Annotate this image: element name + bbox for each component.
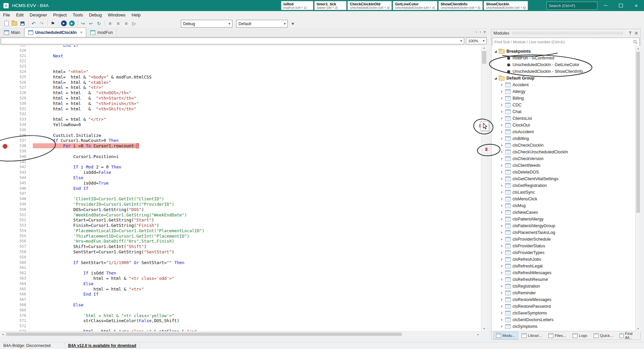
code-line-554[interactable]: 554 'PlacementLocalID=Cursor1.GetInt("Pl… [0,228,481,234]
collapsed-arrow-icon[interactable] [501,117,503,120]
tree-group-default[interactable]: Default Group [492,75,635,82]
code-line-520[interactable]: 520 [0,48,481,53]
collapsed-arrow-icon[interactable] [501,84,503,86]
panel-tab-logs[interactable]: Logs [570,332,590,339]
collapsed-arrow-icon[interactable] [501,104,503,106]
module-item-clsreminder[interactable]: clsReminder [492,290,635,296]
close-panel-icon[interactable] [634,31,638,35]
bookmark-flag-icon[interactable]: ⚑ [49,20,56,27]
module-item-billing[interactable]: Billing [492,95,635,102]
menu-designer[interactable]: Designer [26,11,50,19]
code-line-532[interactable]: 532 [0,111,481,117]
breakpoint-margin[interactable] [0,329,11,331]
code-line-535[interactable]: 535 [0,128,481,133]
collapsed-arrow-icon[interactable] [501,278,503,281]
breakpoint-margin[interactable] [0,122,11,128]
scroll-tabs-left-icon[interactable]: ‹ [476,30,477,34]
breakpoint-margin[interactable] [0,53,11,59]
collapsed-arrow-icon[interactable] [501,184,503,187]
bookmark-button-2[interactable]: timer1_tickStarter (ctrl + 2) [314,1,346,10]
breakpoint-margin[interactable] [0,128,11,133]
panel-tab-files[interactable]: Files... [546,332,569,339]
collapsed-arrow-icon[interactable] [501,292,503,294]
collapsed-arrow-icon[interactable] [501,231,503,234]
panel-tab-quick-search[interactable]: Quick... [591,332,616,339]
breakpoint-margin[interactable] [0,58,11,64]
code-line-563[interactable]: 563 html = html & "<tr class='odd'>" [0,276,481,281]
horizontal-scrollbar-thumb[interactable] [6,333,402,336]
code-line-561[interactable]: 561 [0,265,481,270]
breakpoint-margin[interactable] [0,297,11,302]
run-debug-icon[interactable]: ▶ [60,20,67,27]
collapsed-arrow-icon[interactable] [501,171,503,173]
collapsed-arrow-icon[interactable] [501,245,503,247]
module-item-clspatientallergy[interactable]: clsPatientAllergy [492,216,635,222]
menu-project[interactable]: Project [50,11,69,19]
module-item-clssentdoctorsletters[interactable]: clsSentDoctorsLetters [492,316,635,323]
zoom-dropdown[interactable]: 100%▼ [466,38,487,44]
scroll-left-icon[interactable]: ◄ [0,332,6,337]
code-line-573[interactable]: 573 html = html & "<tr class='" & strCla… [0,329,481,331]
scroll-up-icon[interactable]: ▲ [636,46,641,51]
bookmark-button-6[interactable]: ShowClockInUnscheduledClockIn (ctrl + 6) [484,1,528,10]
breakpoint-margin[interactable] [0,239,11,244]
breakpoint-margin[interactable] [0,48,11,53]
panel-tab-modules[interactable]: Modu... [493,332,518,339]
module-item-clsproviderschedule[interactable]: clsProviderSchedule [492,236,635,243]
breakpoint-margin[interactable] [0,228,11,234]
menu-edit[interactable]: Edit [13,11,26,19]
code-line-526[interactable]: 526 html= html & "<table>" [0,80,481,85]
code-line-546[interactable]: 546 End If [0,186,481,191]
breakpoint-margin[interactable] [0,318,11,323]
code-line-566[interactable]: 566 End If [0,292,481,297]
collapsed-arrow-icon[interactable] [501,271,503,274]
update-download-link[interactable]: B4A v12.0 is available for download [68,343,136,348]
play-outline-icon[interactable]: ▷ [130,20,138,27]
breakpoint-margin[interactable] [0,287,11,292]
code-line-572[interactable]: 572 [0,323,481,329]
code-line-569[interactable]: 569 [0,308,481,313]
pin-icon[interactable] [628,31,632,35]
step-out-icon[interactable]: ↩ [87,20,95,27]
breakpoint-margin[interactable] [0,313,11,318]
breakpoint-margin[interactable] [0,217,11,223]
restart-icon[interactable]: ↻ [95,20,103,27]
module-item-clscheckclockin[interactable]: clsCheckClockIn [492,142,635,149]
close-tab-icon[interactable]: × [80,30,83,35]
code-line-565[interactable]: 565 html = html & "<tr>" [0,287,481,292]
code-line-551[interactable]: 551 'WeekEndDate=Cursor1.GetString("Week… [0,212,481,218]
collapsed-arrow-icon[interactable] [501,238,503,241]
code-line-542[interactable]: 542 If i Mod 2 = 0 Then [0,164,481,170]
code-line-531[interactable]: 531 html = html & "<th>Shift</th>" [0,106,481,112]
breakpoint-margin[interactable] [0,164,11,170]
collapsed-arrow-icon[interactable] [501,90,503,93]
comment-icon[interactable]: ≡ [106,20,114,27]
module-item-clsrestorepassword[interactable]: clsRestorePassword [492,303,635,310]
breakpoint-margin[interactable] [0,292,11,297]
breakpoint-margin[interactable] [0,170,11,175]
code-line-560[interactable]: 560 If SentStart="1/1/1900" Or SentStart… [0,260,481,265]
collapsed-arrow-icon[interactable] [501,265,503,267]
module-item-clsgetclientvitalsettings[interactable]: clsGetClientVitalSettings [492,176,635,182]
bookmark-button-4[interactable]: GetLineColorUnscheduledClockIn (ctrl + 4… [393,1,437,10]
collapsed-arrow-icon[interactable] [501,298,503,301]
collapsed-arrow-icon[interactable] [501,164,503,167]
code-line-550[interactable]: 550 DOS=Cursor1.GetString("DOS") [0,207,481,212]
module-item-clsbilling[interactable]: clsBilling [492,135,635,142]
breakpoint-item-2[interactable]: UnscheduledClockIn - GetLineColor [492,61,635,68]
panel-tab-find-all[interactable]: Find All... [617,330,640,341]
code-line-523[interactable]: 523 [0,64,481,69]
module-item-clsgetregistration[interactable]: clsGetRegistration [492,182,635,189]
collapsed-arrow-icon[interactable] [501,211,503,214]
collapsed-arrow-icon[interactable] [501,178,503,180]
menu-windows[interactable]: Windows [105,11,129,19]
breakpoint-margin[interactable] [0,175,11,181]
save-icon[interactable] [19,20,26,27]
code-line-538[interactable]: 538 For i =0 To Cursor1.rowcount-1 [0,143,481,149]
code-line-556[interactable]: 556 'Hrs=modFun.DateDiff("Hrs",Start,Fin… [0,239,481,244]
breakpoint-margin[interactable] [0,276,11,281]
collapsed-arrow-icon[interactable] [501,312,503,314]
module-search-box[interactable] [492,38,640,46]
code-line-528[interactable]: 528 html = html & "<th>DOS</th>" [0,90,481,96]
code-line-568[interactable]: 568 Else [0,302,481,308]
